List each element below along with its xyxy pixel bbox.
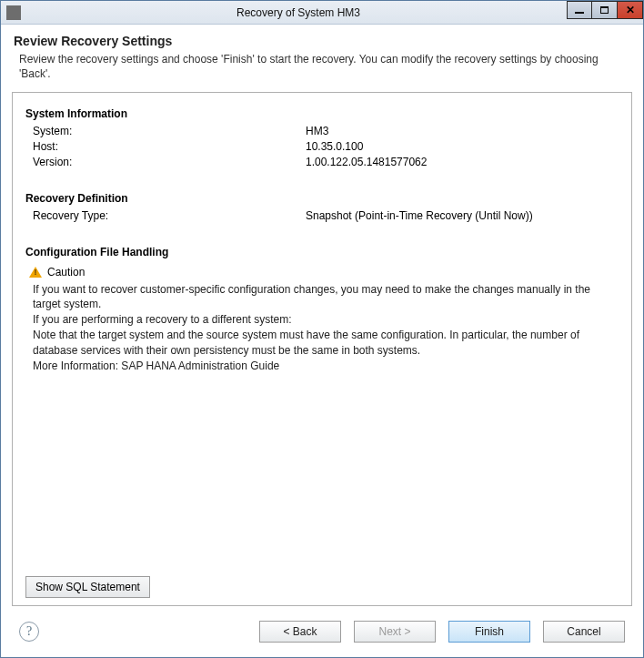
close-button[interactable] xyxy=(618,1,643,19)
recovery-wizard-window: Recovery of System HM3 Review Recovery S… xyxy=(0,0,644,658)
wizard-footer: ? < Back Next > Finish Cancel xyxy=(1,606,643,657)
window-title: Recovery of System HM3 xyxy=(26,6,643,19)
caution-line-3: Note that the target system and the sour… xyxy=(33,328,619,359)
minimize-button[interactable] xyxy=(567,1,592,19)
recovery-definition-heading: Recovery Definition xyxy=(25,192,619,205)
titlebar: Recovery of System HM3 xyxy=(1,1,643,25)
configuration-file-handling-heading: Configuration File Handling xyxy=(25,246,619,258)
finish-button[interactable]: Finish xyxy=(448,621,530,643)
minimize-icon xyxy=(575,12,584,14)
header-zone: Review Recovery Settings Review the reco… xyxy=(1,25,643,86)
close-icon xyxy=(626,4,635,16)
window-controls xyxy=(567,1,643,19)
host-row: Host: 10.35.0.100 xyxy=(25,139,619,155)
caution-row: Caution xyxy=(25,266,619,278)
cancel-button[interactable]: Cancel xyxy=(543,621,625,643)
page-title: Review Recovery Settings xyxy=(14,34,630,48)
recovery-type-row: Recovery Type: Snapshot (Point-in-Time R… xyxy=(25,208,619,224)
warning-icon xyxy=(29,267,42,278)
system-information-heading: System Information xyxy=(25,107,619,120)
content-area: Review Recovery Settings Review the reco… xyxy=(1,25,643,657)
version-label: Version: xyxy=(33,155,306,170)
recovery-type-value: Snapshot (Point-in-Time Recovery (Until … xyxy=(306,208,619,224)
back-button[interactable]: < Back xyxy=(259,621,341,643)
version-value: 1.00.122.05.1481577062 xyxy=(306,155,619,170)
version-row: Version: 1.00.122.05.1481577062 xyxy=(25,155,619,170)
system-value: HM3 xyxy=(306,124,619,139)
caution-line-1: If you want to recover customer-specific… xyxy=(33,282,619,313)
app-icon xyxy=(6,5,21,20)
show-sql-statement-button[interactable]: Show SQL Statement xyxy=(25,576,150,598)
caution-label: Caution xyxy=(47,266,85,278)
page-description: Review the recovery settings and choose … xyxy=(14,52,630,81)
caution-line-4: More Information: SAP HANA Administratio… xyxy=(33,359,619,374)
recovery-type-label: Recovery Type: xyxy=(33,208,306,224)
caution-body: If you want to recover customer-specific… xyxy=(25,282,619,374)
system-label: System: xyxy=(33,124,306,139)
system-row: System: HM3 xyxy=(25,124,619,139)
help-icon: ? xyxy=(26,624,32,639)
next-button: Next > xyxy=(354,621,436,643)
main-panel: System Information System: HM3 Host: 10.… xyxy=(12,92,632,606)
caution-line-2: If you are performing a recovery to a di… xyxy=(33,312,619,328)
maximize-button[interactable] xyxy=(592,1,618,19)
maximize-icon xyxy=(600,6,609,14)
host-value: 10.35.0.100 xyxy=(306,139,619,155)
help-button[interactable]: ? xyxy=(19,622,39,642)
host-label: Host: xyxy=(33,139,306,155)
